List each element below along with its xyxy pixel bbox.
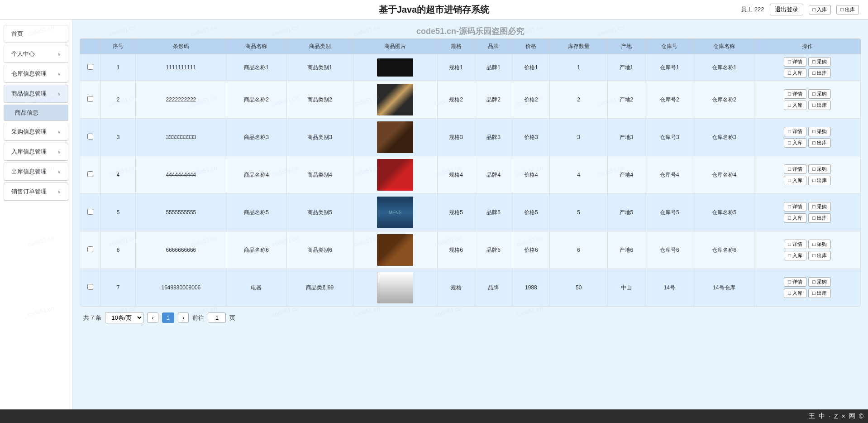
sidebar-item-warehouse[interactable]: 仓库信息管理 ∨	[4, 65, 68, 83]
row-spec: 规格1	[437, 54, 475, 81]
row-actions: □ 详情 □ 采购 □ 入库 □ 出库	[754, 194, 860, 231]
detail-button[interactable]: □ 详情	[784, 57, 806, 67]
purchase-button[interactable]: □ 采购	[808, 57, 831, 67]
outbound-button[interactable]: □ 出库	[808, 251, 831, 260]
sidebar-item-home[interactable]: 首页	[4, 25, 68, 43]
row-image-cell	[353, 156, 437, 194]
row-name: 商品名称4	[226, 156, 286, 194]
row-spec: 规格5	[437, 194, 475, 231]
row-checkbox[interactable]	[87, 284, 93, 290]
detail-button[interactable]: □ 详情	[784, 202, 806, 212]
row-brand: 品牌4	[475, 156, 512, 194]
inbound-button[interactable]: □ 入库	[784, 213, 806, 223]
prev-page-button[interactable]: ‹	[147, 312, 158, 323]
per-page-select[interactable]: 10条/页 20条/页 50条/页	[105, 312, 143, 323]
row-brand: 品牌1	[475, 54, 512, 81]
row-price: 价格2	[512, 81, 550, 119]
sidebar-item-goods-mgmt[interactable]: 商品信息管理 ∨	[4, 85, 68, 103]
taskbar-network-icon: 网	[849, 412, 855, 420]
row-stock: 6	[550, 231, 607, 269]
chevron-down-icon: ∨	[57, 189, 61, 194]
inbound-icon: □	[813, 7, 816, 12]
page-1-button[interactable]: 1	[162, 312, 174, 323]
sidebar-item-label: 仓库信息管理	[11, 70, 47, 78]
row-warehouse-no: 仓库号4	[645, 156, 694, 194]
outbound-button[interactable]: □ 出库	[808, 176, 831, 185]
col-warehouse-no: 仓库号	[645, 39, 694, 54]
purchase-button[interactable]: □ 采购	[808, 277, 831, 287]
outbound-button[interactable]: □ 出库	[808, 138, 831, 148]
purchase-button[interactable]: □ 采购	[808, 164, 831, 174]
row-image-cell	[353, 54, 437, 81]
row-origin: 产地4	[607, 156, 645, 194]
sidebar-item-label: 入库信息管理	[11, 148, 47, 156]
row-brand: 品牌2	[475, 81, 512, 119]
row-category: 商品类别5	[286, 194, 353, 231]
col-stock: 库存数量	[550, 39, 607, 54]
detail-button[interactable]: □ 详情	[784, 240, 806, 249]
sidebar-item-outbound[interactable]: 出库信息管理 ∨	[4, 163, 68, 181]
inbound-button[interactable]: □ 入库	[784, 176, 806, 185]
sidebar-item-label: 采购信息管理	[11, 128, 47, 136]
outbound-button[interactable]: □ 出库	[808, 213, 831, 223]
inbound-button[interactable]: □ 入库	[784, 101, 806, 110]
product-image	[377, 272, 413, 303]
outbound-button[interactable]: □ 出库	[808, 101, 831, 110]
inbound-button[interactable]: □ 入库	[784, 288, 806, 298]
purchase-button[interactable]: □ 采购	[808, 240, 831, 249]
inbound-button[interactable]: □ 入库	[784, 138, 806, 148]
row-price: 价格4	[512, 156, 550, 194]
row-barcode: 1111111111	[136, 54, 226, 81]
action-cell: □ 详情 □ 采购 □ 入库 □ 出库	[756, 89, 858, 110]
row-warehouse-no: 14号	[645, 269, 694, 307]
row-checkbox-cell[interactable]	[80, 81, 101, 119]
user-label: 员工 222	[741, 5, 764, 14]
col-barcode: 条形码	[136, 39, 226, 54]
row-checkbox[interactable]	[87, 96, 93, 102]
inbound-button[interactable]: □ 入库	[784, 251, 806, 260]
page-jump-input[interactable]	[208, 312, 226, 323]
row-spec: 规格2	[437, 81, 475, 119]
row-barcode: 3333333333	[136, 119, 226, 156]
row-spec: 规格	[437, 269, 475, 307]
sidebar-item-goods-info[interactable]: 商品信息	[4, 105, 68, 121]
outbound-button[interactable]: □ 出库	[808, 288, 831, 298]
detail-button[interactable]: □ 详情	[784, 89, 806, 99]
purchase-button[interactable]: □ 采购	[808, 202, 831, 212]
detail-button[interactable]: □ 详情	[784, 277, 806, 287]
main-content: code51.cn-源码乐园盗图必究 序号 条形码 商品名称 商品类别 商品图片…	[72, 19, 868, 423]
outbound-header-btn[interactable]: □ 出库	[836, 5, 859, 14]
row-checkbox[interactable]	[87, 64, 93, 70]
row-actions: □ 详情 □ 采购 □ 入库 □ 出库	[754, 81, 860, 119]
row-checkbox[interactable]	[87, 209, 93, 215]
row-checkbox[interactable]	[87, 134, 93, 139]
next-page-button[interactable]: ›	[178, 312, 189, 323]
detail-button[interactable]: □ 详情	[784, 127, 806, 136]
purchase-button[interactable]: □ 采购	[808, 127, 831, 136]
row-name: 商品名称6	[226, 231, 286, 269]
outbound-button[interactable]: □ 出库	[808, 68, 831, 78]
row-warehouse-no: 仓库号1	[645, 54, 694, 81]
chevron-down-icon: ∨	[57, 169, 61, 174]
sidebar-item-sales[interactable]: 销售订单管理 ∨	[4, 183, 68, 201]
row-spec: 规格3	[437, 119, 475, 156]
sidebar-item-personal[interactable]: 个人中心 ∨	[4, 45, 68, 63]
inbound-button[interactable]: □ 入库	[784, 68, 806, 78]
row-image-cell	[353, 231, 437, 269]
total-label: 共 7 条	[83, 314, 101, 322]
row-origin: 产地1	[607, 54, 645, 81]
sidebar-item-inbound[interactable]: 入库信息管理 ∨	[4, 143, 68, 161]
row-checkbox-cell[interactable]	[80, 54, 101, 81]
purchase-button[interactable]: □ 采购	[808, 89, 831, 99]
detail-button[interactable]: □ 详情	[784, 164, 806, 174]
sidebar-item-label: 商品信息管理	[11, 90, 47, 98]
row-checkbox[interactable]	[87, 171, 93, 177]
sidebar-item-purchase[interactable]: 采购信息管理 ∨	[4, 123, 68, 141]
inbound-header-btn[interactable]: □ 入库	[809, 5, 831, 14]
row-checkbox[interactable]	[87, 246, 93, 252]
chevron-down-icon: ∨	[57, 91, 61, 96]
logout-button[interactable]: 退出登录	[770, 4, 803, 15]
col-brand: 品牌	[475, 39, 512, 54]
col-spec: 规格	[437, 39, 475, 54]
taskbar-lang-icon: 中	[819, 412, 825, 420]
